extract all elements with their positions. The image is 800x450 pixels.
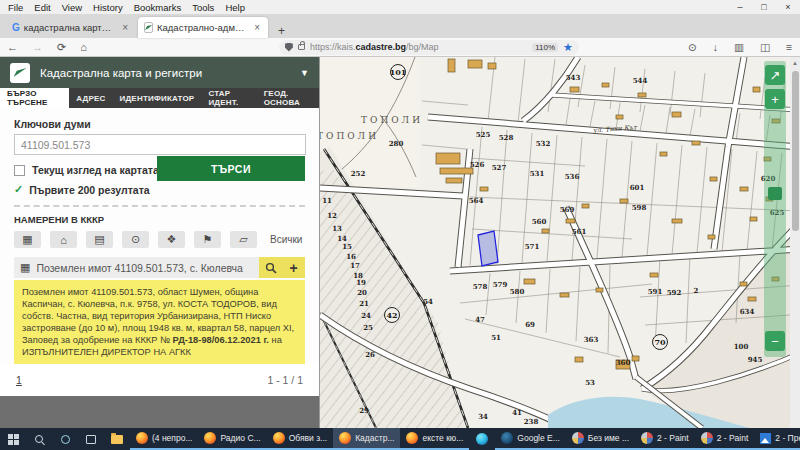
sidebar-icon[interactable]: ◫ <box>752 41 778 53</box>
parcel-number: 569 <box>560 205 575 214</box>
taskbar-app-firefox-3[interactable]: Обяви з... <box>267 428 334 450</box>
library-icon[interactable]: ▥ <box>726 41 752 53</box>
tab-old-ident[interactable]: СТАР ИДЕНТ. <box>201 88 256 108</box>
tab-identifier[interactable]: ИДЕНТИФИКАТОР <box>113 88 202 108</box>
layers-filter-icon[interactable]: ❖ <box>158 231 185 248</box>
chevron-down-icon[interactable]: ▼ <box>300 68 309 78</box>
svg-text:101: 101 <box>390 67 407 77</box>
paint-icon <box>572 432 584 444</box>
taskbar-app-photo-viewer[interactable]: 2 - Прег... <box>754 428 800 450</box>
page-number[interactable]: 1 <box>16 374 22 386</box>
grid-filter-icon[interactable]: ▦ <box>14 231 41 248</box>
tab-close-icon[interactable]: × <box>252 22 262 33</box>
keywords-input[interactable] <box>14 134 306 155</box>
parcel-number: 634 <box>740 307 755 316</box>
tab-geod-base[interactable]: ГЕОД. ОСНОВА <box>257 88 319 108</box>
first200-checkbox[interactable]: ✓ <box>14 183 23 196</box>
first200-label: Първите 200 резултата <box>29 184 149 196</box>
house-filter-icon[interactable]: ⌂ <box>50 231 77 248</box>
search-button[interactable]: ТЪРСИ <box>157 156 305 181</box>
building-filter-icon[interactable]: ▤ <box>86 231 113 248</box>
google-earth-icon <box>501 432 513 444</box>
tab-address[interactable]: АДРЕС <box>69 88 112 108</box>
menu-history[interactable]: History <box>93 2 123 13</box>
start-button[interactable] <box>0 428 26 450</box>
hamburger-menu-icon[interactable]: ≡ <box>778 41 800 53</box>
zoom-out-button[interactable]: − <box>765 331 785 351</box>
firefox-icon <box>204 432 216 444</box>
parcel-number: 41 <box>512 408 522 417</box>
parcel-number: 15 <box>342 242 352 251</box>
parcel-number: 69 <box>525 320 535 329</box>
tab-quick-search[interactable]: БЪРЗО ТЪРСЕНЕ <box>0 88 69 108</box>
new-tab-button[interactable]: + <box>270 24 293 38</box>
taskbar-app-firefox-2[interactable]: Радио С... <box>198 428 266 450</box>
tab-google-search[interactable]: G кадастрална карта - Google Тъ × <box>6 17 136 38</box>
parcel-number: 580 <box>510 287 525 296</box>
parcel-number: 945 <box>748 355 763 364</box>
pocket-icon[interactable]: ⊙ <box>680 41 705 53</box>
zoom-slider-handle[interactable] <box>768 187 782 200</box>
reload-button[interactable]: ⟳ <box>50 41 73 54</box>
parcel-number: 564 <box>469 196 484 205</box>
file-explorer-icon[interactable] <box>104 428 130 450</box>
parcel-number: 536 <box>565 172 580 181</box>
panel-footer <box>0 396 319 428</box>
zoom-to-result-button[interactable] <box>259 257 282 278</box>
taskbar-app-paint-2a[interactable]: 2 - Paint <box>635 428 695 450</box>
window-close-button[interactable]: × <box>776 2 800 12</box>
edge-icon[interactable] <box>469 428 495 450</box>
filter-all-label[interactable]: Всички <box>270 234 302 245</box>
taskbar-app-firefox-cadastre[interactable]: Кадастр... <box>333 428 400 450</box>
tab-cadastre-map[interactable]: Кадастрално-административна × <box>138 17 268 38</box>
result-item-label: Поземлен имот 41109.501.573, с. Кюлевча <box>36 262 242 274</box>
back-button[interactable]: ← <box>0 41 25 53</box>
parcel-number: 598 <box>632 203 647 212</box>
menu-bookmarks[interactable]: Bookmarks <box>134 2 182 13</box>
polygon-filter-icon[interactable]: ▱ <box>230 231 257 248</box>
task-view-icon[interactable] <box>78 428 104 450</box>
lock-icon[interactable] <box>298 44 305 50</box>
current-view-checkbox[interactable] <box>14 165 25 176</box>
parcel-number: 526 <box>470 160 485 169</box>
downloads-icon[interactable]: ↓ <box>705 41 726 53</box>
menu-view[interactable]: View <box>62 2 82 13</box>
taskbar-app-google-earth[interactable]: Google E... <box>495 428 566 450</box>
panel-header: Кадастрална карта и регистри ▼ <box>0 57 319 88</box>
tracking-shield-icon[interactable] <box>285 43 293 52</box>
taskbar-app-paint-2b[interactable]: 2 - Paint <box>695 428 755 450</box>
pan-extent-button[interactable]: ↗ <box>765 65 785 85</box>
bookmark-star-icon[interactable]: ★ <box>563 41 573 54</box>
result-item[interactable]: ▦ Поземлен имот 41109.501.573, с. Кюлевч… <box>14 257 305 278</box>
taskbar-app-firefox-5[interactable]: ексте кю... <box>400 428 469 450</box>
tab-close-icon[interactable]: × <box>120 22 130 33</box>
menu-file[interactable]: File <box>8 2 23 13</box>
selected-parcel-highlight[interactable] <box>478 231 498 266</box>
url-bar[interactable]: https://kais.cadastre.bg/bg/Map 110% ★ <box>279 40 579 55</box>
map-viewport[interactable]: 2802525435445255285325265275315366015986… <box>320 57 800 428</box>
parcel-number: 54 <box>423 297 433 306</box>
parcel-number: 571 <box>525 242 540 251</box>
panel-tabs: БЪРЗО ТЪРСЕНЕ АДРЕС ИДЕНТИФИКАТОР СТАР И… <box>0 88 319 108</box>
location-pin-filter-icon[interactable]: ⊙ <box>122 231 149 248</box>
add-result-button[interactable]: + <box>282 257 305 278</box>
window-minimize-button[interactable]: – <box>728 2 752 12</box>
area-label: ТОПОЛИ <box>320 131 379 141</box>
browser-menubar: File Edit View History Bookmarks Tools H… <box>0 0 800 14</box>
menu-tools[interactable]: Tools <box>192 2 214 13</box>
menu-edit[interactable]: Edit <box>34 2 50 13</box>
flag-filter-icon[interactable]: ⚑ <box>194 231 221 248</box>
window-maximize-button[interactable]: □ <box>752 2 776 12</box>
taskbar-app-firefox-1[interactable]: (4 непро... <box>130 428 198 450</box>
home-button[interactable]: ⌂ <box>73 41 94 53</box>
page-zoom-indicator[interactable]: 110% <box>532 43 558 52</box>
cortana-icon[interactable] <box>52 428 78 450</box>
scroll-up-arrow[interactable]: ▴ <box>790 57 800 67</box>
scrollbar-thumb[interactable] <box>792 71 799 231</box>
taskbar-app-paint-untitled[interactable]: Без име ... <box>566 428 635 450</box>
forward-button[interactable]: → <box>25 41 50 53</box>
page-scrollbar[interactable]: ▴ <box>790 57 800 428</box>
zoom-in-button[interactable]: + <box>765 89 785 109</box>
menu-help[interactable]: Help <box>225 2 245 13</box>
taskbar-search-icon[interactable] <box>26 428 52 450</box>
